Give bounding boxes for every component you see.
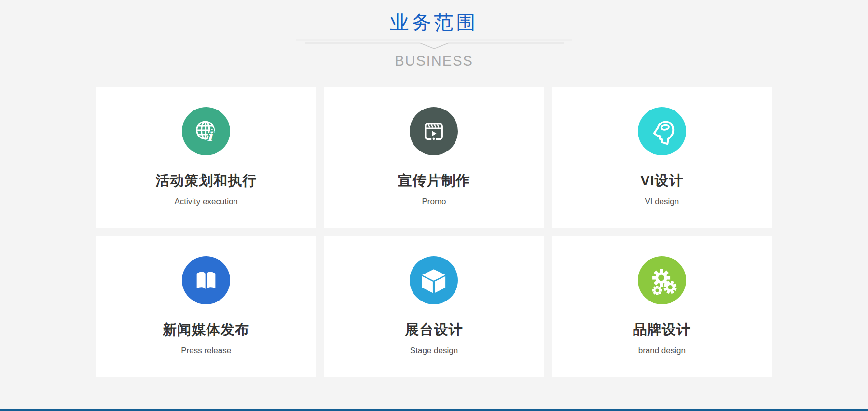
card-title: 新闻媒体发布 bbox=[96, 320, 316, 340]
section-title: 业务范围 bbox=[0, 13, 868, 32]
card-press-release[interactable]: 新闻媒体发布 Press release bbox=[96, 236, 316, 377]
section-subtitle: BUSINESS bbox=[0, 53, 868, 69]
card-subtitle: Press release bbox=[96, 346, 316, 356]
cube-icon bbox=[410, 256, 458, 304]
card-activity-execution[interactable]: i 活动策划和执行 Activity execution bbox=[96, 87, 316, 228]
divider-ornament-icon bbox=[296, 38, 572, 50]
bottom-border-bar bbox=[0, 409, 868, 411]
card-title: 活动策划和执行 bbox=[96, 171, 316, 191]
gears-icon bbox=[638, 256, 686, 304]
business-section-header: 业务范围 BUSINESS bbox=[0, 0, 868, 69]
business-cards-grid: i 活动策划和执行 Activity execution bbox=[96, 87, 772, 377]
card-title: VI设计 bbox=[552, 171, 772, 191]
open-book-icon bbox=[182, 256, 230, 304]
card-subtitle: Stage design bbox=[324, 346, 543, 356]
card-subtitle: brand design bbox=[552, 346, 772, 356]
card-title: 展台设计 bbox=[324, 320, 543, 340]
globe-info-icon: i bbox=[182, 107, 230, 155]
card-subtitle: Promo bbox=[324, 197, 543, 206]
card-promo-video[interactable]: 宣传片制作 Promo bbox=[324, 87, 543, 228]
head-profile-icon bbox=[638, 107, 686, 155]
divider bbox=[0, 38, 868, 50]
card-title: 宣传片制作 bbox=[324, 171, 543, 191]
card-brand-design[interactable]: 品牌设计 brand design bbox=[552, 236, 772, 377]
clapperboard-play-icon bbox=[410, 107, 458, 155]
card-subtitle: VI design bbox=[552, 197, 772, 206]
card-stage-design[interactable]: 展台设计 Stage design bbox=[324, 236, 543, 377]
card-vi-design[interactable]: VI设计 VI design bbox=[552, 87, 772, 228]
card-subtitle: Activity execution bbox=[96, 197, 316, 206]
card-title: 品牌设计 bbox=[552, 320, 772, 340]
